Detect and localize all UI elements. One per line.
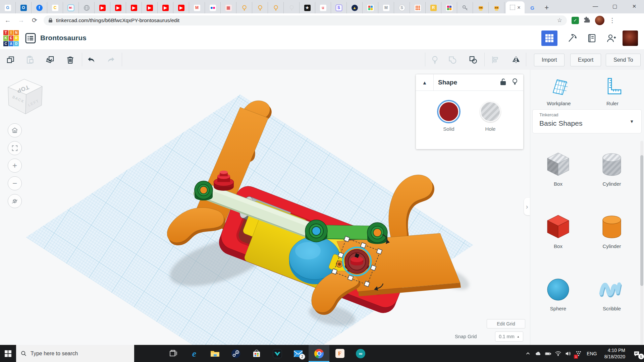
blocks-pickaxe-button[interactable] <box>564 31 580 46</box>
language-indicator[interactable]: ENG <box>583 351 600 356</box>
shape-item-scribble-scribble[interactable]: Scribble <box>590 274 634 311</box>
design-menu-icon[interactable] <box>25 33 36 45</box>
delete-button[interactable] <box>64 54 76 66</box>
redo-button[interactable] <box>105 54 117 66</box>
pinned-tab-instructables[interactable] <box>268 2 284 13</box>
import-button[interactable]: Import <box>534 54 565 66</box>
extensions-puzzle-icon[interactable] <box>584 16 590 24</box>
design-title[interactable]: Brontosaurus <box>40 34 87 42</box>
pinned-tab-robot[interactable] <box>489 2 504 13</box>
perspective-button[interactable] <box>8 194 22 208</box>
taskbar-app-steam[interactable] <box>225 345 246 362</box>
active-tab[interactable]: ✕ <box>506 1 525 13</box>
workplane-tool[interactable]: Workplane <box>539 77 579 106</box>
export-button[interactable]: Export <box>570 54 601 66</box>
shape-item-sphere-blue[interactable]: Sphere <box>536 274 580 311</box>
solid-option[interactable]: Solid <box>434 101 464 132</box>
start-button[interactable] <box>0 345 16 362</box>
taskbar-app-store[interactable] <box>246 345 267 362</box>
pinned-tab-scholar[interactable]: ▴ <box>347 2 363 13</box>
pinned-tab-make[interactable]: M: <box>63 2 79 13</box>
shape-library-dropdown[interactable]: Tinkercad Basic Shapes ▼ <box>532 109 642 133</box>
paste-button[interactable] <box>24 54 36 66</box>
dashboard-grid-button[interactable] <box>541 31 557 46</box>
shape-item-box-hole[interactable]: Box <box>536 149 580 187</box>
wifi-icon[interactable] <box>553 345 563 362</box>
pinned-tab-gmail[interactable]: M <box>189 2 205 13</box>
onedrive-icon[interactable] <box>533 345 543 362</box>
zoom-in-button[interactable]: + <box>8 159 22 173</box>
pinned-tab-stem[interactable] <box>441 2 457 13</box>
pinned-tab-orange-dots[interactable] <box>410 2 426 13</box>
profile-avatar[interactable] <box>595 16 604 25</box>
pinned-tab-google-translate[interactable]: G <box>0 2 16 13</box>
taskbar-app-predator[interactable] <box>267 345 288 362</box>
align-button[interactable] <box>489 54 501 66</box>
pinned-tab-udemy[interactable]: u <box>315 2 331 13</box>
tab-google[interactable]: G <box>525 2 540 13</box>
pinned-tab-youtube[interactable]: ▶ <box>110 2 126 13</box>
new-tab-button[interactable]: + <box>540 2 553 13</box>
ungroup-button[interactable] <box>467 54 479 66</box>
pinned-tab-instructables[interactable] <box>236 2 252 13</box>
pinned-tab-skillshare[interactable]: S <box>331 2 347 13</box>
pinned-tab-outlook[interactable]: O <box>16 2 32 13</box>
volume-icon[interactable] <box>563 345 573 362</box>
shape-item-cylinder-hole[interactable]: Cylinder <box>590 149 634 187</box>
show-all-button[interactable] <box>429 54 441 66</box>
pinned-tab-faded-bulb[interactable] <box>284 2 300 13</box>
shape-item-cylinder-orange[interactable]: Cylinder <box>590 212 634 249</box>
back-icon[interactable]: ← <box>2 15 13 26</box>
forward-icon[interactable]: → <box>15 15 27 26</box>
pinned-tab-reader-red[interactable]: ▦ <box>221 2 236 13</box>
tinkercad-logo[interactable]: TINKERCAD <box>3 30 19 46</box>
taskbar-app-arduino[interactable]: ∞ <box>350 345 371 362</box>
pinned-tab-youtube[interactable]: ▶ <box>95 2 110 13</box>
taskbar-app-edge[interactable]: e <box>184 345 205 362</box>
hole-swatch[interactable] <box>480 101 501 122</box>
maximize-button[interactable]: ▢ <box>605 0 625 13</box>
ruler-tool[interactable]: Ruler <box>592 77 633 106</box>
taskbar-app-fusion360[interactable]: F <box>329 345 350 362</box>
pinned-tab-globe[interactable] <box>79 2 95 13</box>
close-button[interactable]: ✕ <box>625 0 644 13</box>
taskbar-app-explorer[interactable] <box>205 345 225 362</box>
pinned-tab-youtube[interactable]: ▶ <box>158 2 173 13</box>
pinned-tab-youtube[interactable]: ▶ <box>142 2 158 13</box>
minimize-button[interactable]: — <box>586 0 605 13</box>
pinned-tab-robot[interactable] <box>473 2 489 13</box>
zoom-out-button[interactable]: − <box>8 176 22 190</box>
dropbox-icon[interactable]: 1 <box>573 345 583 362</box>
unlock-icon[interactable] <box>500 78 506 87</box>
home-view-button[interactable] <box>8 123 22 137</box>
account-avatar[interactable] <box>623 31 638 46</box>
pinned-tab-youtube[interactable]: ▶ <box>173 2 189 13</box>
notification-center-icon[interactable]: 5 <box>629 345 644 362</box>
codeblocks-notebook-button[interactable] <box>584 31 600 46</box>
hide-bulb-icon[interactable] <box>512 78 518 87</box>
group-button[interactable] <box>446 54 458 66</box>
bookmark-star-icon[interactable]: ☆ <box>557 17 562 24</box>
pinned-tab-pixel-grid[interactable] <box>363 2 378 13</box>
pivot-middle[interactable] <box>305 220 327 242</box>
sidebar-collapse-arrow[interactable]: › <box>524 198 530 215</box>
browser-menu-icon[interactable]: ⋮ <box>609 16 615 24</box>
pinned-tab-adafruit[interactable]: ★ <box>300 2 315 13</box>
panel-collapse-icon[interactable]: ▲ <box>416 74 434 90</box>
reload-icon[interactable]: ⟳ <box>29 15 40 26</box>
shape-item-box-red[interactable]: Box <box>536 212 580 249</box>
tab-close-icon[interactable]: ✕ <box>517 5 521 10</box>
invite-person-button[interactable] <box>603 31 619 46</box>
copy-button[interactable] <box>4 54 16 66</box>
pivot-left[interactable] <box>195 181 213 200</box>
clock[interactable]: 4:10 PM 8/18/2020 <box>600 347 629 360</box>
solid-swatch[interactable] <box>438 101 459 122</box>
pinned-tab-cricut[interactable]: C <box>47 2 63 13</box>
snap-grid-dropdown[interactable]: 0.1 mm▲ <box>495 331 523 342</box>
pinned-tab-medium-m[interactable]: M <box>378 2 394 13</box>
extension-check-icon[interactable]: ✓ <box>572 17 579 24</box>
taskbar-app-mail[interactable]: 2 <box>288 345 309 362</box>
undo-button[interactable] <box>85 54 97 66</box>
pivot-right[interactable] <box>367 223 387 244</box>
pinned-tab-instructables[interactable] <box>252 2 268 13</box>
